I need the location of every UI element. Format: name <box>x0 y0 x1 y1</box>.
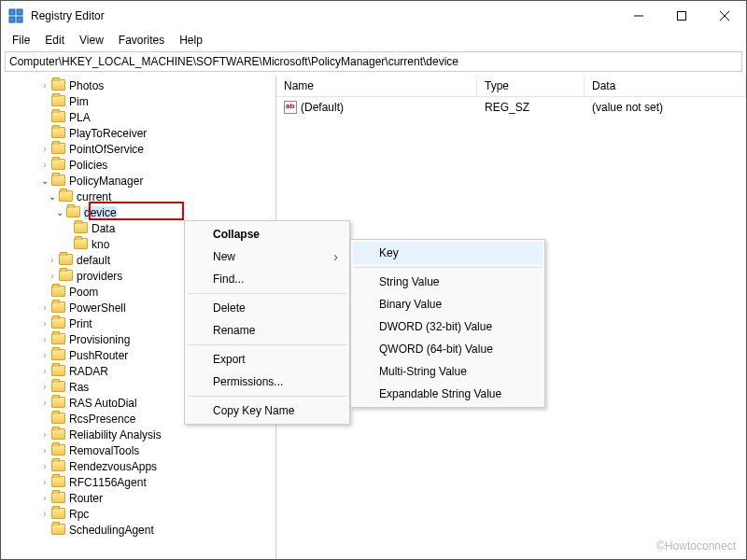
tree-label: Provisioning <box>69 333 130 346</box>
chevron-icon[interactable]: › <box>38 445 51 455</box>
col-data[interactable]: Data <box>585 76 746 96</box>
ctx-new-multistring[interactable]: Multi-String Value <box>353 360 543 383</box>
tree-item[interactable]: ⌄PolicyManager <box>1 173 275 189</box>
chevron-icon[interactable]: › <box>38 493 51 503</box>
folder-icon <box>74 222 89 235</box>
tree-label: SchedulingAgent <box>69 524 154 537</box>
tree-label: RcsPresence <box>69 413 135 426</box>
close-button[interactable] <box>703 1 746 31</box>
ctx-new-key[interactable]: Key <box>353 242 543 264</box>
chevron-icon[interactable]: › <box>38 398 51 408</box>
value-data: (value not set) <box>585 99 746 116</box>
list-row[interactable]: ab (Default) REG_SZ (value not set) <box>276 97 746 118</box>
tree-item[interactable]: ›PointOfService <box>1 141 275 157</box>
tree-item[interactable]: ›Router <box>1 490 275 506</box>
col-type[interactable]: Type <box>477 76 585 96</box>
chevron-icon[interactable]: › <box>38 429 51 440</box>
ctx-new-expandable[interactable]: Expandable String Value <box>353 383 543 405</box>
chevron-icon[interactable]: › <box>38 366 51 376</box>
tree-label: Reliability Analysis <box>69 428 162 441</box>
chevron-icon[interactable]: › <box>38 382 51 392</box>
folder-icon <box>51 460 66 473</box>
tree-label: PointOfService <box>69 143 144 156</box>
context-menu: Collapse New Find... Delete Rename Expor… <box>184 220 350 425</box>
folder-icon <box>51 317 66 330</box>
folder-icon <box>59 254 74 267</box>
address-bar[interactable]: Computer\HKEY_LOCAL_MACHINE\SOFTWARE\Mic… <box>5 51 742 72</box>
menu-view[interactable]: View <box>72 32 111 49</box>
string-value-icon: ab <box>284 101 297 114</box>
menu-file[interactable]: File <box>5 32 37 49</box>
chevron-icon[interactable]: ⌄ <box>38 175 51 186</box>
window-controls <box>617 1 746 31</box>
ctx-new-dword[interactable]: DWORD (32-bit) Value <box>353 315 543 338</box>
chevron-icon[interactable]: › <box>38 318 51 329</box>
svg-rect-0 <box>9 9 15 15</box>
chevron-icon[interactable]: › <box>38 80 51 91</box>
chevron-icon[interactable]: › <box>46 255 59 265</box>
ctx-permissions[interactable]: Permissions... <box>187 371 347 393</box>
minimize-button[interactable] <box>617 1 660 31</box>
maximize-button[interactable] <box>660 1 703 31</box>
menu-edit[interactable]: Edit <box>37 32 72 49</box>
folder-icon <box>51 95 66 108</box>
tree-label: default <box>77 254 110 267</box>
folder-icon <box>51 508 66 521</box>
ctx-copy-key-name[interactable]: Copy Key Name <box>187 399 347 422</box>
tree-item[interactable]: SchedulingAgent <box>1 522 275 538</box>
chevron-icon[interactable]: › <box>38 334 51 344</box>
value-name: (Default) <box>301 101 344 114</box>
ctx-export[interactable]: Export <box>187 348 347 371</box>
tree-item[interactable]: ›RFC1156Agent <box>1 474 275 490</box>
tree-label: Photos <box>69 79 104 92</box>
tree-item[interactable]: ›RemovalTools <box>1 442 275 458</box>
ctx-new-string[interactable]: String Value <box>353 271 543 293</box>
tree-label: Print <box>69 317 92 330</box>
ctx-find[interactable]: Find... <box>187 268 347 290</box>
chevron-icon[interactable]: ⌄ <box>53 207 66 217</box>
tree-label: PushRouter <box>69 349 128 362</box>
chevron-icon[interactable]: › <box>38 509 51 519</box>
chevron-icon[interactable]: › <box>46 271 59 281</box>
folder-icon <box>51 444 66 457</box>
tree-item[interactable]: ›Rpc <box>1 506 275 522</box>
folder-icon <box>51 476 66 489</box>
tree-label: Rpc <box>69 508 89 521</box>
tree-item[interactable]: PLA <box>1 109 275 125</box>
value-type: REG_SZ <box>477 99 585 116</box>
svg-rect-3 <box>17 17 22 22</box>
chevron-icon[interactable]: › <box>38 160 51 170</box>
folder-icon <box>51 301 66 315</box>
folder-icon <box>51 286 66 299</box>
tree-item[interactable]: PlayToReceiver <box>1 125 275 141</box>
folder-icon <box>51 127 66 140</box>
ctx-new[interactable]: New <box>187 245 347 268</box>
tree-item[interactable]: ›Photos <box>1 77 275 93</box>
tree-item[interactable]: ›Reliability Analysis <box>1 427 275 442</box>
chevron-icon[interactable]: › <box>38 144 51 154</box>
ctx-collapse[interactable]: Collapse <box>187 223 347 245</box>
chevron-icon[interactable]: › <box>38 477 51 487</box>
menu-help[interactable]: Help <box>172 32 210 49</box>
col-name[interactable]: Name <box>276 76 477 96</box>
chevron-icon[interactable]: › <box>38 350 51 360</box>
ctx-rename[interactable]: Rename <box>187 319 347 342</box>
folder-icon <box>51 524 66 537</box>
tree-item[interactable]: Pim <box>1 93 275 109</box>
chevron-icon[interactable]: › <box>38 302 51 313</box>
tree-item[interactable]: ›Policies <box>1 157 275 173</box>
chevron-icon[interactable]: › <box>38 461 51 471</box>
menubar: File Edit View Favorites Help <box>1 31 746 49</box>
tree-label: device <box>84 206 117 219</box>
ctx-new-qword[interactable]: QWORD (64-bit) Value <box>353 338 543 360</box>
tree-item[interactable]: ›RendezvousApps <box>1 458 275 474</box>
folder-icon <box>51 143 66 156</box>
chevron-icon[interactable]: ⌄ <box>46 191 59 202</box>
ctx-new-binary[interactable]: Binary Value <box>353 293 543 315</box>
tree-item[interactable]: ⌄device <box>1 204 275 220</box>
tree-label: current <box>77 190 111 203</box>
tree-item[interactable]: ⌄current <box>1 189 275 204</box>
menu-favorites[interactable]: Favorites <box>111 32 172 49</box>
folder-icon <box>51 79 66 92</box>
ctx-delete[interactable]: Delete <box>187 297 347 319</box>
